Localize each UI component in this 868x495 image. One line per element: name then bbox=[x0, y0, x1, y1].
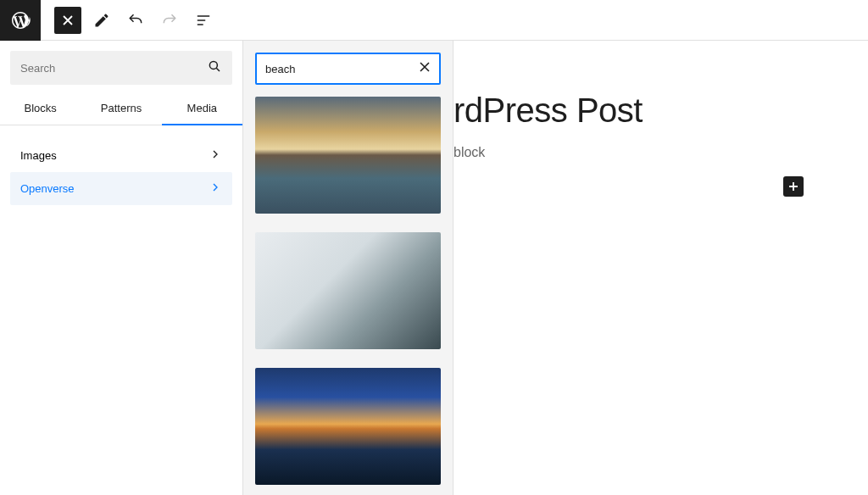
redo-button bbox=[156, 7, 183, 34]
tab-patterns[interactable]: Patterns bbox=[81, 92, 161, 125]
media-search-box[interactable] bbox=[255, 53, 441, 85]
chevron-right-icon bbox=[209, 147, 222, 164]
inserter-search-input[interactable] bbox=[20, 62, 207, 75]
search-icon bbox=[207, 58, 222, 77]
media-result-thumbnail[interactable] bbox=[255, 232, 441, 349]
media-result-thumbnail[interactable] bbox=[255, 97, 441, 214]
clear-search-button[interactable] bbox=[419, 61, 431, 76]
top-toolbar bbox=[0, 0, 868, 41]
pencil-icon bbox=[93, 12, 110, 29]
wordpress-logo[interactable] bbox=[0, 0, 41, 41]
media-result-thumbnail[interactable] bbox=[255, 368, 441, 485]
svg-point-0 bbox=[209, 61, 217, 69]
media-category-label: Openverse bbox=[20, 182, 75, 195]
media-category-label: Images bbox=[20, 149, 57, 162]
inserter-tabs: Blocks Patterns Media bbox=[0, 92, 242, 125]
media-categories-list: Images Openverse bbox=[10, 139, 232, 205]
editor-canvas: rdPress Post block bbox=[453, 41, 868, 181]
edit-tool-button[interactable] bbox=[88, 7, 115, 34]
close-inserter-button[interactable] bbox=[54, 7, 81, 34]
inserter-search[interactable] bbox=[10, 51, 232, 85]
chevron-right-icon bbox=[209, 181, 222, 197]
close-icon bbox=[62, 14, 74, 26]
document-overview-button[interactable] bbox=[190, 7, 217, 34]
media-category-images[interactable]: Images bbox=[10, 139, 232, 172]
media-search-input[interactable] bbox=[265, 63, 419, 75]
media-category-openverse[interactable]: Openverse bbox=[10, 172, 232, 205]
add-block-button[interactable] bbox=[783, 176, 804, 197]
redo-icon bbox=[161, 12, 178, 29]
block-placeholder[interactable]: block bbox=[453, 145, 848, 160]
media-results-panel bbox=[243, 41, 453, 495]
tab-blocks[interactable]: Blocks bbox=[0, 92, 81, 125]
block-inserter-panel: Blocks Patterns Media Images Openverse bbox=[0, 41, 243, 495]
undo-icon bbox=[127, 12, 144, 29]
close-icon bbox=[419, 61, 431, 73]
list-icon bbox=[195, 12, 212, 29]
undo-button[interactable] bbox=[122, 7, 149, 34]
tab-media[interactable]: Media bbox=[162, 92, 242, 125]
wordpress-icon bbox=[10, 10, 31, 31]
post-title[interactable]: rdPress Post bbox=[453, 92, 848, 130]
plus-icon bbox=[787, 181, 799, 192]
